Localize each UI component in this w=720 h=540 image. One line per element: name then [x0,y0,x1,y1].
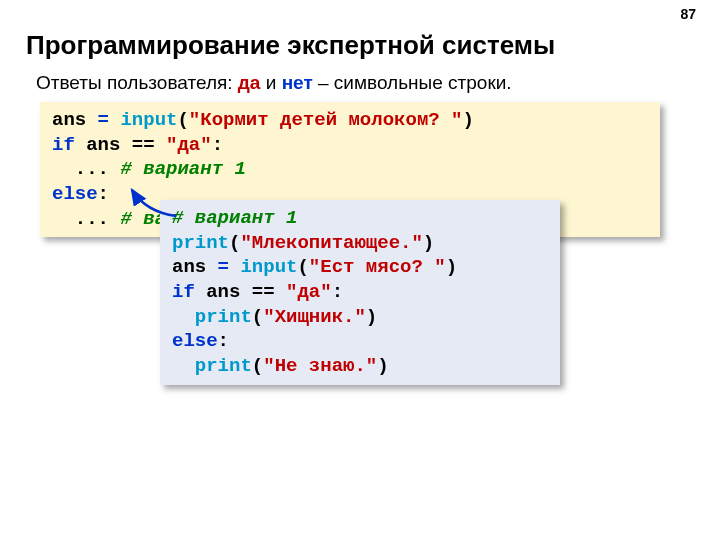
code-tok: # вариант 1 [120,158,245,180]
subtitle-mid: и [260,72,281,93]
code-tok: ( [177,109,188,131]
code-tok: else [52,183,98,205]
subtitle: Ответы пользователя: да и нет – символьн… [36,72,512,94]
code-tok: ... [52,208,120,230]
code-tok: ( [252,306,263,328]
code-tok: print [172,232,229,254]
subtitle-yes: да [238,72,261,93]
code-tok: ans == [195,281,286,303]
code-tok: : [332,281,343,303]
code-tok: ) [423,232,434,254]
code-tok: ) [446,256,457,278]
code-tok: if [172,281,195,303]
code-tok: ( [252,355,263,377]
subtitle-suffix: – символьные строки. [313,72,512,93]
code-tok: # вариант 1 [172,207,297,229]
code-tok: "Не знаю." [263,355,377,377]
code-tok: "Кормит детей молоком? " [189,109,463,131]
subtitle-no: нет [282,72,313,93]
code-tok: : [98,183,109,205]
code-tok: ) [377,355,388,377]
code-tok: ans [172,256,218,278]
code-tok: print [195,355,252,377]
code-tok: = [98,109,121,131]
code-tok: input [240,256,297,278]
code-tok: = [218,256,241,278]
code-tok: ) [366,306,377,328]
subtitle-prefix: Ответы пользователя: [36,72,238,93]
code-tok: ( [297,256,308,278]
code-tok: "да" [286,281,332,303]
code-block-variant1: # вариант 1 print("Млекопитающее.") ans … [160,200,560,385]
code-tok: ans == [75,134,166,156]
code-tok: "Ест мясо? " [309,256,446,278]
code-tok: : [218,330,229,352]
code-tok: : [212,134,223,156]
code-tok: "да" [166,134,212,156]
code-tok: ... [52,158,120,180]
code-tok: if [52,134,75,156]
page-number: 87 [680,6,696,22]
page-title: Программирование экспертной системы [26,30,555,61]
code-tok: input [120,109,177,131]
code-tok: ( [229,232,240,254]
code-tok: "Хищник." [263,306,366,328]
code-tok: "Млекопитающее." [240,232,422,254]
code-tok: ans [52,109,98,131]
code-tok: ) [463,109,474,131]
code-tok: print [195,306,252,328]
code-tok: else [172,330,218,352]
